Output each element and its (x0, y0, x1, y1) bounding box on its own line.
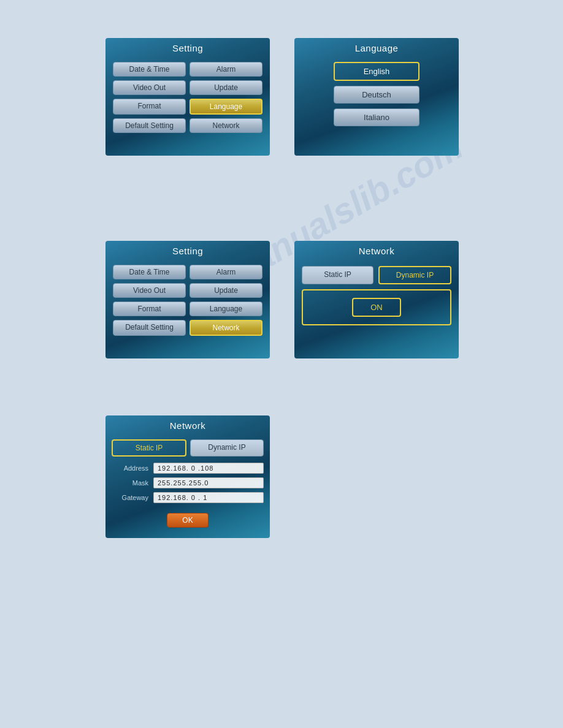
btn-format[interactable]: Format (113, 99, 186, 115)
btn-default-setting[interactable]: Default Setting (113, 118, 186, 133)
setting-panel-2: Setting Date & Time Alarm Video Out Upda… (105, 241, 270, 358)
network-panel-static: Network Static IP Dynamic IP Address 192… (105, 415, 270, 538)
panel3-grid: Date & Time Alarm Video Out Update Forma… (105, 260, 270, 341)
btn-update2[interactable]: Update (190, 283, 262, 298)
btn-video-out2[interactable]: Video Out (113, 283, 186, 298)
gateway-label: Gateway (112, 494, 148, 501)
btn-default-setting2[interactable]: Default Setting (113, 320, 186, 336)
btn-alarm[interactable]: Alarm (190, 62, 262, 77)
static-ip-tabs: Static IP Dynamic IP (112, 439, 264, 457)
network-panel-dynamic: Network Static IP Dynamic IP ON (294, 241, 459, 358)
btn-alarm2[interactable]: Alarm (190, 265, 262, 279)
btn-date-time2[interactable]: Date & Time (113, 265, 186, 279)
tab-dynamic-ip[interactable]: Dynamic IP (378, 266, 451, 284)
panel1-grid: Date & Time Alarm Video Out Update Forma… (105, 57, 270, 138)
btn-deutsch[interactable]: Deutsch (334, 86, 419, 104)
mask-row: Mask 255.255.255.0 (112, 477, 264, 488)
setting-panel-1: Setting Date & Time Alarm Video Out Upda… (105, 38, 270, 156)
tab-static-ip-2[interactable]: Static IP (112, 439, 186, 457)
address-row: Address 192.168. 0 .108 (112, 463, 264, 474)
gateway-value: 192.168. 0 . 1 (153, 492, 264, 503)
tab-dynamic-ip-2[interactable]: Dynamic IP (190, 439, 264, 457)
mask-value: 255.255.255.0 (153, 477, 264, 488)
btn-video-out[interactable]: Video Out (113, 80, 186, 95)
mask-label: Mask (112, 479, 148, 487)
panel2-title: Language (294, 38, 459, 57)
panel1-title: Setting (105, 38, 270, 57)
address-value: 192.168. 0 .108 (153, 463, 264, 474)
btn-language-active[interactable]: Language (190, 99, 262, 115)
network-content-box: ON (302, 289, 451, 325)
btn-language2[interactable]: Language (190, 301, 262, 316)
panel3-title: Setting (105, 241, 270, 260)
btn-english[interactable]: English (334, 62, 419, 81)
btn-format2[interactable]: Format (113, 301, 186, 316)
on-button[interactable]: ON (352, 298, 401, 317)
tab-static-ip[interactable]: Static IP (302, 266, 373, 284)
btn-update[interactable]: Update (190, 80, 262, 95)
btn-network-active[interactable]: Network (190, 320, 262, 336)
network-tabs: Static IP Dynamic IP (302, 266, 451, 284)
panel4-title: Network (294, 241, 459, 260)
address-label: Address (112, 464, 148, 472)
ip-form: Address 192.168. 0 .108 Mask 255.255.255… (105, 460, 270, 509)
ok-button[interactable]: OK (167, 513, 208, 528)
btn-italiano[interactable]: Italiano (334, 108, 419, 126)
panel5-title: Network (105, 415, 270, 434)
gateway-row: Gateway 192.168. 0 . 1 (112, 492, 264, 503)
btn-network[interactable]: Network (190, 118, 262, 133)
btn-date-time[interactable]: Date & Time (113, 62, 186, 77)
language-panel: Language English Deutsch Italiano (294, 38, 459, 156)
